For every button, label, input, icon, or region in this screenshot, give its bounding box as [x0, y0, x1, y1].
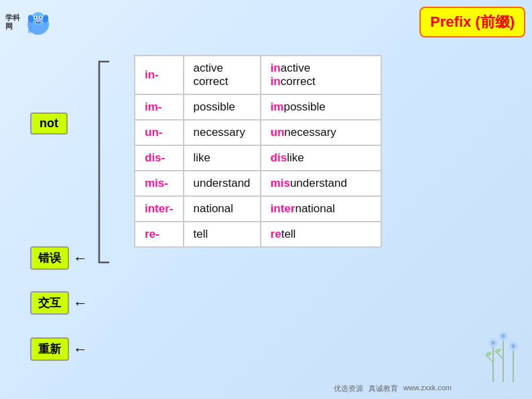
prefix-cell: mis- [135, 171, 184, 196]
prefix-cell: re- [135, 222, 184, 247]
deco-flowers [480, 325, 527, 386]
watermark-text2: 真诚教育 [369, 384, 398, 394]
svg-point-6 [36, 19, 41, 22]
result-cell: inactive incorrect [261, 56, 381, 94]
table-row: im- possible impossible [135, 94, 381, 120]
cuowu-label-container: 错误 ← [30, 246, 88, 270]
table-row: in- activecorrect inactive incorrect [135, 56, 381, 94]
base-cell: understand [184, 171, 261, 196]
prefix-table: in- activecorrect inactive incorrect im-… [134, 55, 382, 248]
prefix-cell: im- [135, 94, 184, 120]
base-cell: national [184, 196, 261, 222]
table-row: inter- national international [135, 196, 381, 222]
table-row: re- tell retell [135, 222, 381, 247]
table-row: un- necessary unnecessary [135, 120, 381, 145]
chongxin-badge: 重新 [30, 337, 69, 361]
title-badge: Prefix (前缀) [419, 7, 525, 37]
watermark-text1: 优选资源 [334, 384, 363, 394]
base-cell: necessary [184, 120, 261, 145]
jiaohu-badge: 交互 [30, 291, 69, 315]
prefix-cell: un- [135, 120, 184, 145]
base-cell: activecorrect [184, 56, 261, 94]
base-cell: tell [184, 222, 261, 247]
prefix-cell: dis- [135, 145, 184, 171]
svg-point-19 [511, 344, 515, 348]
result-cell: misunderstand [261, 171, 381, 196]
result-cell: impossible [261, 94, 381, 120]
result-cell: unnecessary [261, 120, 381, 145]
chongxin-arrow: ← [73, 341, 88, 358]
cuowu-arrow: ← [73, 250, 88, 267]
watermark-website: www.zxxk.com [403, 384, 452, 394]
base-cell: possible [184, 94, 261, 120]
jiaohu-label-container: 交互 ← [30, 291, 88, 315]
svg-point-5 [40, 17, 42, 18]
base-cell: like [184, 145, 261, 171]
svg-point-4 [35, 17, 36, 18]
svg-point-18 [501, 334, 505, 338]
table-row: dis- like dislike [135, 145, 381, 171]
result-cell: dislike [261, 145, 381, 171]
chongxin-label-container: 重新 ← [30, 337, 88, 361]
svg-point-17 [491, 341, 495, 345]
logo-area: 学科 网 [5, 5, 55, 39]
logo-text: 学科 网 [5, 13, 20, 31]
not-badge: not [30, 112, 68, 135]
watermark: 优选资源 真诚教育 www.zxxk.com [334, 384, 452, 394]
logo-icon [21, 5, 55, 39]
svg-line-13 [496, 352, 503, 359]
table-row: mis- understand misunderstand [135, 171, 381, 196]
bracket-svg [92, 59, 111, 265]
cuowu-badge: 错误 [30, 246, 69, 270]
prefix-cell: in- [135, 56, 184, 94]
result-cell: retell [261, 222, 381, 247]
svg-point-20 [484, 351, 492, 357]
result-cell: international [261, 196, 381, 222]
jiaohu-arrow: ← [73, 295, 88, 312]
prefix-cell: inter- [135, 196, 184, 222]
